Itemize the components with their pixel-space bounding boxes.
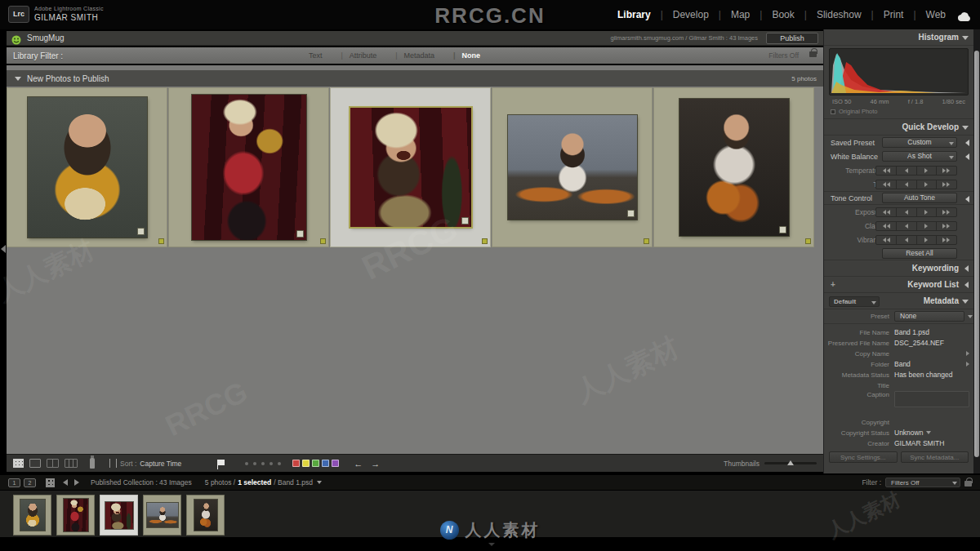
- color-label-yellow[interactable]: [302, 460, 310, 467]
- color-label-chips[interactable]: [292, 460, 339, 467]
- cell-badge-icon: [320, 238, 326, 244]
- color-label-blue[interactable]: [322, 460, 329, 467]
- saved-preset-dropdown[interactable]: Custom: [882, 137, 957, 148]
- photo-girl-in-circus-costume-with-horn[interactable]: [192, 95, 306, 240]
- publish-service-name[interactable]: SmugMug: [27, 33, 65, 42]
- grid-cell-1[interactable]: [7, 87, 167, 247]
- filter-option-metadata[interactable]: Metadata: [395, 51, 434, 60]
- module-slideshow[interactable]: Slideshow: [800, 9, 866, 20]
- published-badge-icon[interactable]: [461, 217, 469, 224]
- auto-tone-button[interactable]: Auto Tone: [882, 193, 957, 203]
- filter-dropdown[interactable]: Filters Off: [885, 478, 960, 487]
- painter-spray-icon[interactable]: [90, 458, 95, 469]
- selection-status[interactable]: 5 photos / 1 selected / Band 1.psd: [205, 478, 322, 487]
- filter-state-dropdown[interactable]: Filters Off: [768, 51, 799, 60]
- collection-breadcrumb[interactable]: Published Collection : 43 Images: [91, 478, 192, 487]
- go-to-icon[interactable]: [966, 351, 969, 356]
- expand-left-icon[interactable]: [965, 153, 969, 160]
- loupe-view-icon[interactable]: [29, 459, 41, 468]
- module-web[interactable]: Web: [908, 9, 951, 20]
- chevron-down-icon: [317, 481, 322, 484]
- sync-settings-button[interactable]: Sync Settings...: [829, 451, 898, 463]
- left-panel-expand-arrow[interactable]: [1, 245, 6, 253]
- filter-option-attribute[interactable]: Attribute: [341, 51, 376, 60]
- photo-girl-in-band-hat-singing[interactable]: [350, 108, 471, 227]
- photo-girl-holding-autumn-bouquet[interactable]: [679, 99, 789, 236]
- color-label-red[interactable]: [292, 460, 300, 467]
- expand-left-icon[interactable]: [965, 196, 969, 202]
- published-badge-icon[interactable]: [296, 230, 304, 238]
- section-collapse-icon[interactable]: [15, 77, 21, 81]
- quick-develop-header[interactable]: Quick Develop: [824, 119, 973, 136]
- metadata-header[interactable]: Default Metadata: [824, 293, 973, 309]
- previous-photo-arrow[interactable]: ←: [354, 459, 363, 469]
- grid-cell-4[interactable]: [492, 87, 653, 247]
- keyword-list-header[interactable]: + Keyword List: [824, 277, 973, 293]
- sync-metadata-button[interactable]: Sync Metadata...: [901, 451, 969, 463]
- thumbnail-size-slider[interactable]: [764, 462, 817, 464]
- add-keyword-icon[interactable]: +: [831, 280, 835, 289]
- histogram-header[interactable]: Histogram: [824, 29, 973, 46]
- clarity-stepper[interactable]: [875, 221, 957, 231]
- grid-cell-5[interactable]: [653, 87, 814, 247]
- color-label-green[interactable]: [312, 460, 319, 467]
- histogram-graph: [829, 48, 969, 96]
- expand-left-icon[interactable]: [965, 140, 969, 146]
- publish-button[interactable]: Publish: [766, 33, 818, 44]
- reset-all-button[interactable]: Reset All: [882, 248, 957, 259]
- second-window-icon[interactable]: 2: [24, 478, 36, 487]
- published-badge-icon[interactable]: [627, 210, 635, 217]
- tone-control-row: Tone Control Auto Tone: [824, 191, 973, 205]
- compare-view-icon[interactable]: [47, 459, 59, 468]
- filter-option-text[interactable]: Text: [309, 51, 323, 60]
- grid-section-header[interactable]: New Photos to Publish 5 photos: [7, 70, 823, 87]
- main-window-icon[interactable]: 1: [8, 478, 20, 487]
- original-photo-checkbox[interactable]: [831, 109, 835, 114]
- tint-stepper[interactable]: [875, 180, 957, 189]
- module-map[interactable]: Map: [714, 9, 755, 20]
- temperature-stepper[interactable]: [875, 166, 957, 176]
- next-photo-arrow[interactable]: →: [371, 459, 380, 469]
- metadata-view-dropdown[interactable]: Default: [829, 296, 880, 307]
- cell-badge-icon: [644, 238, 649, 244]
- module-library[interactable]: Library: [612, 9, 656, 20]
- module-book[interactable]: Book: [755, 9, 799, 20]
- vibrance-stepper[interactable]: [875, 235, 957, 245]
- metadata-field-metadata-status: Metadata Status Has been changed: [824, 370, 973, 380]
- scrollbar-thumb[interactable]: [974, 51, 979, 457]
- white-balance-dropdown[interactable]: As Shot: [882, 151, 957, 162]
- caption-input[interactable]: [894, 391, 969, 407]
- metadata-preset-dropdown[interactable]: None: [894, 311, 964, 322]
- filter-label: Filter :: [862, 478, 881, 487]
- forward-arrow-icon[interactable]: [74, 479, 79, 486]
- sort-value[interactable]: Capture Time: [140, 460, 181, 468]
- library-filter-bar: Library Filter : Text Attribute Metadata…: [7, 47, 823, 64]
- published-badge-icon[interactable]: [137, 228, 145, 235]
- photo-girl-in-yellow-holding-pumpkin[interactable]: [28, 97, 147, 238]
- module-print[interactable]: Print: [866, 9, 909, 20]
- survey-view-icon[interactable]: [65, 459, 78, 468]
- tone-control-label: Tone Control: [824, 194, 872, 202]
- navigate-arrows: ← →: [354, 459, 380, 469]
- filter-option-none[interactable]: None: [453, 51, 480, 60]
- color-label-purple[interactable]: [332, 460, 339, 467]
- exposure-stepper[interactable]: [875, 207, 957, 217]
- filter-lock-icon[interactable]: [964, 481, 972, 487]
- grid-cell-3-selected[interactable]: [330, 87, 491, 247]
- keywording-header[interactable]: Keywording: [824, 260, 973, 277]
- photo-girl-at-pumpkin-market[interactable]: [508, 115, 637, 220]
- back-arrow-icon[interactable]: [63, 479, 68, 486]
- filter-lock-icon[interactable]: [809, 51, 817, 57]
- rating-dots[interactable]: [245, 462, 281, 465]
- module-develop[interactable]: Develop: [656, 9, 714, 20]
- grid-view-icon[interactable]: [13, 459, 24, 468]
- metadata-field-caption: Caption: [824, 391, 973, 411]
- cloud-sync-icon[interactable]: [957, 11, 972, 25]
- grid-view-icon[interactable]: [46, 478, 55, 487]
- pick-flag-icon[interactable]: [217, 460, 225, 465]
- cell-badge-icon: [805, 238, 811, 244]
- published-badge-icon[interactable]: [779, 226, 786, 233]
- grid-cell-2[interactable]: [168, 87, 329, 247]
- sort-direction-icon[interactable]: [109, 459, 117, 468]
- go-to-icon[interactable]: [966, 362, 969, 367]
